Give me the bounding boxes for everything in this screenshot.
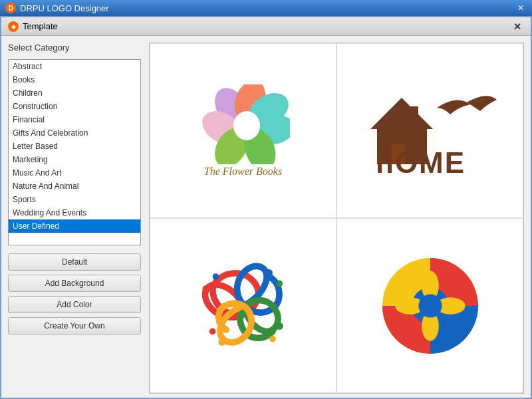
svg-point-20 [209, 328, 215, 334]
category-letter[interactable]: Letter Based [9, 140, 140, 153]
category-financial[interactable]: Financial [9, 113, 140, 126]
title-bar: D DRPU LOGO Designer ✕ [0, 0, 532, 16]
titlebar-close-button[interactable]: ✕ [515, 3, 527, 13]
swirl-logo [150, 219, 336, 392]
circle-svg [377, 253, 483, 359]
add-color-button[interactable]: Add Color [8, 296, 141, 313]
category-books[interactable]: Books [9, 73, 140, 86]
svg-point-27 [418, 294, 442, 317]
logo-cell-home[interactable]: hOME [336, 43, 523, 218]
window-icon: ◆ [8, 21, 19, 32]
svg-marker-9 [370, 98, 433, 129]
category-construction[interactable]: Construction [9, 100, 140, 113]
button-group: Default Add Background Add Color Create … [8, 253, 141, 334]
app-title: DRPU LOGO Designer [20, 3, 109, 13]
category-nature[interactable]: Nature And Animal [9, 180, 140, 193]
window-title-bar: ◆ Template ✕ [1, 17, 531, 36]
category-label: Select Category [8, 43, 141, 53]
flower-svg [197, 84, 290, 164]
window-close-button[interactable]: ✕ [511, 21, 524, 32]
svg-point-17 [275, 322, 283, 329]
svg-point-18 [269, 335, 276, 342]
svg-text:hOME: hOME [376, 146, 466, 174]
flower-text: The Flower Books [204, 166, 282, 178]
svg-point-14 [212, 273, 219, 280]
left-panel: Select Category Abstract Books Children … [8, 43, 141, 394]
category-music[interactable]: Music And Art [9, 166, 140, 180]
content-area: Select Category Abstract Books Children … [1, 36, 531, 399]
category-gifts[interactable]: Gifts And Celebration [9, 126, 140, 140]
svg-point-13 [202, 285, 209, 292]
logo-cell-circle[interactable] [336, 218, 523, 393]
category-user[interactable]: User Defined [9, 219, 140, 233]
category-wedding[interactable]: Wedding And Events [9, 206, 140, 219]
flower-logo: The Flower Books [150, 44, 336, 217]
category-children[interactable]: Children [9, 86, 140, 100]
default-button[interactable]: Default [8, 253, 141, 271]
app-icon: D [5, 3, 16, 13]
svg-rect-11 [410, 106, 418, 120]
home-svg: hOME [364, 88, 497, 174]
svg-point-16 [276, 280, 283, 287]
category-marketing[interactable]: Marketing [9, 153, 140, 166]
category-abstract[interactable]: Abstract [9, 60, 140, 73]
logo-cell-swirl[interactable] [150, 218, 336, 393]
add-background-button[interactable]: Add Background [8, 275, 141, 292]
template-window: ◆ Template ✕ Select Category Abstract Bo… [0, 16, 532, 399]
create-your-own-button[interactable]: Create Your Own [8, 317, 141, 334]
svg-point-15 [265, 269, 272, 276]
category-list[interactable]: Abstract Books Children Construction Fin… [8, 59, 141, 245]
swirl-svg [190, 253, 297, 359]
svg-point-7 [233, 111, 260, 140]
circle-logo [337, 219, 523, 392]
svg-point-19 [218, 338, 225, 345]
logo-cell-flower[interactable]: The Flower Books [150, 43, 336, 218]
home-logo: hOME [337, 44, 523, 217]
window-title-label: Template [23, 21, 58, 31]
category-sports[interactable]: Sports [9, 193, 140, 206]
logo-grid: The Flower Books [149, 43, 524, 394]
